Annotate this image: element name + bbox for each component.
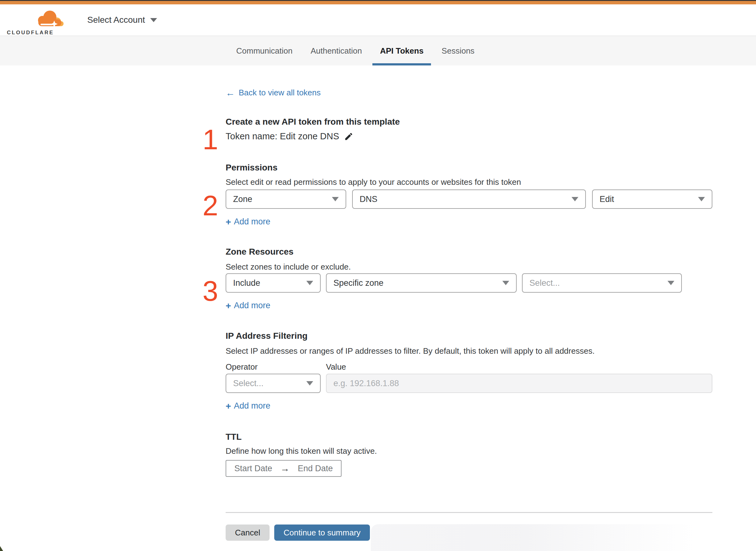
chevron-down-icon — [150, 18, 157, 22]
zone-mode-select[interactable]: Include — [226, 273, 321, 293]
step-number-1: 1 — [199, 126, 218, 154]
permissions-heading: Permissions — [226, 163, 712, 173]
permission-access-value: Edit — [600, 194, 614, 204]
permission-service-value: DNS — [359, 194, 377, 204]
zone-resources-description: Select zones to include or exclude. — [226, 262, 712, 272]
start-date-field[interactable]: Start Date — [234, 464, 272, 473]
ip-operator-placeholder: Select... — [233, 379, 264, 388]
chevron-down-icon — [572, 197, 578, 201]
plus-icon: + — [226, 217, 231, 226]
back-arrow-icon: ← — [226, 88, 235, 97]
add-more-label: Add more — [234, 401, 270, 411]
footer-divider — [226, 512, 712, 513]
add-more-label: Add more — [234, 301, 270, 311]
add-more-label: Add more — [234, 217, 270, 226]
zone-resources-heading: Zone Resources — [226, 247, 712, 257]
cloudflare-logo: CLOUDFLARE — [7, 9, 68, 36]
step-number-3: 3 — [199, 277, 218, 305]
permissions-row: Zone DNS Edit — [226, 189, 712, 209]
back-link-label: Back to view all tokens — [239, 88, 321, 97]
token-name-text: Token name: Edit zone DNS — [226, 131, 339, 141]
zone-type-value: Specific zone — [333, 278, 384, 288]
tab-authentication[interactable]: Authentication — [303, 36, 369, 65]
ip-filtering-description: Select IP addresses or ranges of IP addr… — [226, 346, 712, 356]
ttl-description: Define how long this token will stay act… — [226, 446, 712, 456]
corner-artifact — [0, 546, 3, 551]
plus-icon: + — [226, 301, 231, 311]
value-label: Value — [326, 362, 346, 372]
cloudflare-logo-text: CLOUDFLARE — [7, 30, 54, 36]
tab-api-tokens[interactable]: API Tokens — [372, 36, 431, 65]
page-title: Create a new API token from this templat… — [226, 117, 712, 127]
chevron-down-icon — [502, 281, 509, 285]
permission-service-select[interactable]: DNS — [352, 189, 586, 209]
plus-icon: + — [226, 401, 231, 411]
chevron-down-icon — [332, 197, 339, 201]
operator-label: Operator — [226, 362, 326, 372]
app-header: CLOUDFLARE Select Account — [0, 4, 756, 36]
zone-picker-placeholder: Select... — [530, 278, 560, 288]
tab-communication[interactable]: Communication — [229, 36, 300, 65]
zone-resources-row: Include Specific zone Select... — [226, 273, 712, 293]
profile-tabbar: Communication Authentication API Tokens … — [0, 36, 756, 65]
right-arrow-icon: → — [280, 463, 290, 474]
zone-mode-value: Include — [233, 278, 260, 288]
ip-value-input[interactable] — [326, 374, 712, 393]
chevron-down-icon — [698, 197, 705, 201]
ip-operator-select[interactable]: Select... — [226, 374, 321, 393]
step-number-2: 2 — [199, 192, 218, 220]
zone-resources-add-more-link[interactable]: + Add more — [226, 301, 270, 311]
ip-filtering-heading: IP Address Filtering — [226, 331, 712, 341]
back-to-tokens-link[interactable]: ← Back to view all tokens — [226, 88, 321, 97]
cancel-button[interactable]: Cancel — [226, 525, 269, 541]
account-selector[interactable]: Select Account — [87, 4, 157, 36]
token-name-row: Token name: Edit zone DNS — [226, 131, 712, 141]
ip-filtering-labels: Operator Value — [226, 362, 712, 372]
ttl-date-range-picker[interactable]: Start Date → End Date — [226, 460, 341, 477]
continue-to-summary-button[interactable]: Continue to summary — [274, 525, 370, 541]
permission-scope-value: Zone — [233, 194, 252, 204]
tab-sessions[interactable]: Sessions — [434, 36, 482, 65]
account-selector-label: Select Account — [87, 15, 145, 25]
zone-picker-select[interactable]: Select... — [522, 273, 682, 293]
edit-pencil-icon[interactable] — [344, 132, 353, 141]
permission-scope-select[interactable]: Zone — [226, 189, 346, 209]
permissions-description: Select edit or read permissions to apply… — [226, 177, 712, 187]
ip-filtering-row: Select... — [226, 374, 712, 393]
permissions-add-more-link[interactable]: + Add more — [226, 216, 270, 227]
permission-access-select[interactable]: Edit — [592, 189, 712, 209]
chevron-down-icon — [668, 281, 674, 285]
token-template-form: ← Back to view all tokens Create a new A… — [226, 65, 712, 541]
footer-buttons: Cancel Continue to summary — [226, 525, 712, 541]
end-date-field[interactable]: End Date — [298, 464, 333, 473]
chevron-down-icon — [306, 381, 313, 386]
cloudflare-cloud-icon — [38, 11, 64, 27]
zone-type-select[interactable]: Specific zone — [326, 273, 517, 293]
ttl-heading: TTL — [226, 432, 712, 442]
brand-accent-bar — [0, 1, 756, 4]
chevron-down-icon — [306, 281, 313, 285]
ip-filtering-add-more-link[interactable]: + Add more — [226, 401, 270, 411]
